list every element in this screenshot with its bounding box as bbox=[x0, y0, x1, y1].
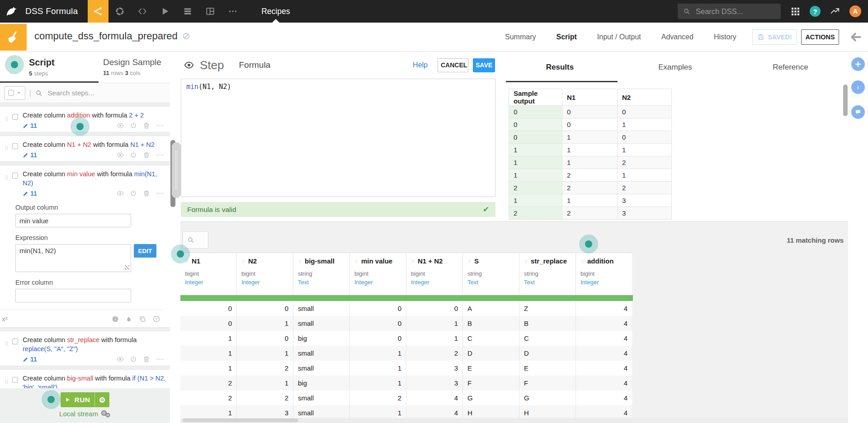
column-header-n1-n2[interactable]: N1 + N2bigintInteger bbox=[406, 253, 463, 295]
results-tab-results[interactable]: Results bbox=[502, 52, 618, 82]
collapse-panel-icon[interactable] bbox=[849, 31, 863, 43]
results-scrollbar[interactable] bbox=[843, 85, 848, 116]
tab-design-sample[interactable]: Design Sample 11 rows 3 cols bbox=[99, 52, 170, 83]
column-meaning-link[interactable]: Integer bbox=[580, 279, 627, 286]
drag-handle-icon[interactable] bbox=[4, 173, 9, 183]
jobs-icon[interactable] bbox=[176, 0, 199, 23]
select-all-steps-dropdown[interactable] bbox=[5, 86, 25, 100]
edited-cells-badge[interactable]: 11 bbox=[23, 356, 37, 363]
play-icon[interactable] bbox=[154, 0, 176, 23]
column-meaning-link[interactable]: Text bbox=[524, 279, 571, 286]
delete-step-icon[interactable] bbox=[143, 190, 150, 197]
delete-step-icon[interactable] bbox=[143, 151, 150, 159]
step-checkbox[interactable] bbox=[12, 338, 18, 344]
tour-marker[interactable] bbox=[71, 117, 90, 136]
resize-handle[interactable] bbox=[125, 265, 129, 270]
step-checkbox[interactable] bbox=[12, 143, 18, 149]
prepare-recipe-icon[interactable] bbox=[0, 24, 27, 51]
column-drag-icon[interactable] bbox=[411, 258, 415, 265]
trending-icon[interactable] bbox=[830, 6, 840, 16]
toggle-step-icon[interactable] bbox=[130, 190, 137, 197]
run-button[interactable]: RUN bbox=[61, 392, 94, 407]
delete-step-icon[interactable] bbox=[143, 356, 150, 363]
toggle-step-icon[interactable] bbox=[130, 151, 137, 159]
tour-marker[interactable] bbox=[42, 390, 61, 409]
preview-step-icon[interactable] bbox=[117, 190, 124, 197]
preview-step-icon[interactable] bbox=[117, 151, 124, 159]
tab-advanced[interactable]: Advanced bbox=[661, 33, 693, 41]
more-icon[interactable] bbox=[222, 0, 244, 23]
script-step-4[interactable]: Create column str_replace with formula r… bbox=[0, 331, 170, 366]
column-meaning-link[interactable]: Integer bbox=[241, 279, 288, 286]
add-comment-button[interactable] bbox=[851, 57, 865, 71]
sample-col-header[interactable]: Sample output bbox=[509, 89, 562, 106]
column-meaning-link[interactable]: Text bbox=[467, 279, 514, 286]
error-column-input[interactable] bbox=[15, 289, 131, 302]
step-checkbox[interactable] bbox=[12, 173, 18, 179]
column-header-str-replace[interactable]: str_replacestringText bbox=[519, 253, 576, 295]
sample-col-header[interactable]: N2 bbox=[618, 89, 672, 106]
dashboard-icon[interactable] bbox=[199, 0, 222, 23]
script-step-2[interactable]: Create column N1 + N2 with formula N1 + … bbox=[0, 136, 170, 162]
formula-code-editor[interactable]: min(N1, N2) bbox=[181, 79, 495, 197]
column-drag-icon[interactable] bbox=[298, 258, 302, 265]
table-row[interactable]: 10big01CC4 bbox=[180, 331, 633, 346]
column-header-s[interactable]: SstringText bbox=[463, 253, 519, 295]
preview-step-icon[interactable] bbox=[117, 356, 124, 363]
toggle-step-icon[interactable] bbox=[130, 356, 137, 363]
preview-step-icon[interactable] bbox=[117, 122, 124, 129]
column-meaning-link[interactable]: Integer bbox=[411, 279, 458, 286]
results-tab-examples[interactable]: Examples bbox=[618, 52, 733, 82]
drag-handle-icon[interactable] bbox=[4, 114, 9, 124]
step-more-icon[interactable]: ⋯ bbox=[156, 153, 164, 157]
droplet-icon[interactable] bbox=[126, 316, 132, 322]
column-header-min-value[interactable]: min valuebigintInteger bbox=[350, 253, 406, 295]
info-button[interactable]: i bbox=[851, 80, 865, 94]
table-row[interactable]: 22small24GG4 bbox=[180, 390, 633, 405]
column-header-n1[interactable]: N1bigintInteger bbox=[180, 253, 237, 295]
drag-handle-icon[interactable] bbox=[4, 338, 9, 348]
column-header-big-small[interactable]: big-smallstringText bbox=[293, 253, 350, 295]
help-link[interactable]: Help bbox=[413, 61, 428, 69]
global-search[interactable] bbox=[678, 4, 781, 19]
table-row[interactable]: 00small00AZ4 bbox=[180, 301, 633, 316]
tour-marker[interactable] bbox=[579, 235, 598, 254]
actions-button[interactable]: ACTIONS bbox=[801, 29, 839, 45]
column-header-addition[interactable]: additionbigintInteger bbox=[576, 253, 632, 295]
avatar[interactable]: A bbox=[849, 5, 861, 17]
cancel-button[interactable]: CANCEL bbox=[438, 58, 468, 72]
column-drag-icon[interactable] bbox=[241, 258, 245, 265]
table-row[interactable]: 12small13EE4 bbox=[180, 361, 633, 376]
step-more-icon[interactable]: ⋯ bbox=[156, 191, 164, 196]
step-more-icon[interactable]: ⋯ bbox=[156, 123, 164, 128]
global-search-input[interactable] bbox=[695, 7, 767, 16]
lab-icon[interactable] bbox=[108, 0, 131, 23]
column-meaning-link[interactable]: Text bbox=[298, 279, 345, 286]
panel-resize-handle[interactable] bbox=[172, 142, 181, 198]
tab-input-output[interactable]: Input / Output bbox=[597, 33, 641, 41]
dataiku-logo[interactable] bbox=[0, 0, 24, 23]
step-checkbox[interactable] bbox=[12, 114, 18, 120]
copy-step-icon[interactable] bbox=[139, 315, 146, 323]
edited-cells-badge[interactable]: 11 bbox=[23, 122, 37, 129]
apps-grid-icon[interactable] bbox=[790, 6, 800, 16]
step-more-icon[interactable]: ⋯ bbox=[156, 357, 164, 362]
column-drag-icon[interactable] bbox=[524, 258, 528, 265]
run-settings-button[interactable] bbox=[94, 392, 109, 407]
tour-marker[interactable] bbox=[171, 244, 190, 263]
table-row[interactable]: 21big13FF4 bbox=[180, 376, 633, 390]
column-meaning-link[interactable]: Integer bbox=[185, 279, 232, 286]
column-drag-icon[interactable] bbox=[580, 258, 585, 265]
results-tab-reference[interactable]: Reference bbox=[733, 52, 848, 82]
column-meaning-link[interactable]: Integer bbox=[354, 279, 401, 286]
column-header-n2[interactable]: N2bigintInteger bbox=[237, 253, 293, 295]
delete-step-icon[interactable] bbox=[143, 122, 150, 129]
discussions-button[interactable] bbox=[851, 105, 865, 119]
info-icon[interactable]: i bbox=[112, 315, 119, 323]
script-step-3[interactable]: Create column min value with formula min… bbox=[0, 165, 170, 328]
select-all-checkbox[interactable] bbox=[8, 90, 14, 96]
save-button[interactable]: SAVE bbox=[473, 58, 495, 72]
tab-history[interactable]: History bbox=[714, 33, 736, 41]
step-checkbox[interactable] bbox=[12, 377, 18, 383]
table-search[interactable] bbox=[183, 231, 208, 249]
